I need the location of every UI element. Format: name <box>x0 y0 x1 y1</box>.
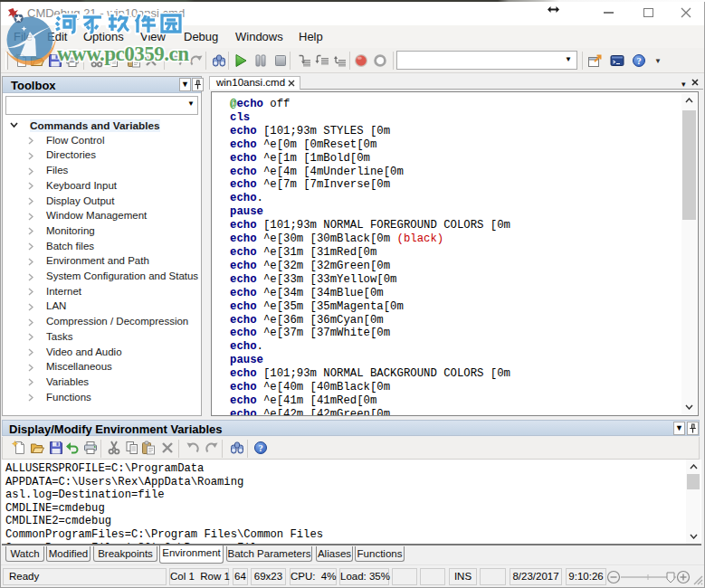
svg-text:?: ? <box>636 56 641 66</box>
svg-text:?: ? <box>258 443 262 453</box>
